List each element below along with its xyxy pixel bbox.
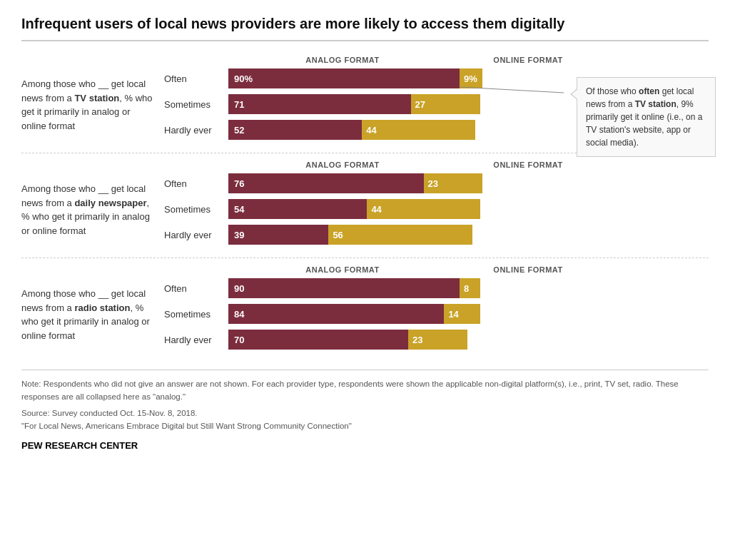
note-section: Note: Respondents who did not give an an…	[21, 370, 709, 453]
bar-analog: 90%	[228, 68, 460, 88]
bar-analog: 84	[228, 304, 444, 324]
bars-container: 908	[228, 278, 709, 298]
header-analog: ANALOG FORMAT	[228, 265, 457, 274]
bar-online: 9%	[460, 68, 482, 88]
bar-label: Sometimes	[164, 99, 228, 110]
bar-label: Hardly ever	[164, 335, 228, 345]
bar-analog: 76	[228, 173, 424, 193]
bar-row: Hardly ever7023	[164, 330, 709, 350]
source-text: Source: Survey conducted Oct. 15-Nov. 8,…	[21, 407, 709, 419]
note-text: Note: Respondents who did not give an an…	[21, 377, 709, 404]
chart-tv-station: ANALOG FORMATONLINE FORMATOften90%9%Some…	[164, 56, 709, 146]
bar-online: 44	[367, 199, 480, 219]
section-radio: Among those who __ get local news from a…	[21, 265, 709, 362]
bar-label: Hardly ever	[164, 125, 228, 136]
bar-row: Often7623	[164, 173, 709, 193]
bar-label: Often	[164, 73, 228, 84]
bar-label: Hardly ever	[164, 230, 228, 240]
bar-label: Often	[164, 178, 228, 189]
bar-analog: 90	[228, 278, 460, 298]
tooltip-box: Of those who often get local news from a…	[577, 77, 716, 157]
bar-analog: 52	[228, 120, 362, 140]
header-online: ONLINE FORMAT	[457, 265, 599, 274]
bar-online: 14	[444, 304, 480, 324]
header-online: ONLINE FORMAT	[457, 56, 599, 64]
bar-label: Sometimes	[164, 204, 228, 215]
chart-newspaper: ANALOG FORMATONLINE FORMATOften7623Somet…	[164, 161, 709, 250]
bar-label: Sometimes	[164, 309, 228, 320]
bar-online: 56	[328, 225, 472, 245]
bars-container: 7623	[228, 173, 709, 193]
bar-label: Often	[164, 283, 228, 294]
header-analog: ANALOG FORMAT	[228, 56, 457, 64]
bar-analog: 39	[228, 225, 328, 245]
bars-container: 3956	[228, 225, 709, 245]
bar-row: Sometimes8414	[164, 304, 709, 324]
bar-analog: 71	[228, 94, 411, 114]
bar-row: Often908	[164, 278, 709, 298]
label-tv-station: Among those who __ get local news from a…	[21, 56, 164, 146]
section-tv-station: Among those who __ get local news from a…	[21, 56, 709, 153]
bar-online: 23	[424, 173, 483, 193]
chart-radio: ANALOG FORMATONLINE FORMATOften908Someti…	[164, 265, 709, 355]
bar-online: 8	[460, 278, 480, 298]
quote-text: "For Local News, Americans Embrace Digit…	[21, 419, 709, 432]
bar-analog: 70	[228, 330, 408, 350]
bar-row: Sometimes5444	[164, 199, 709, 219]
header-analog: ANALOG FORMAT	[228, 161, 457, 169]
bars-container: 5444	[228, 199, 709, 219]
chart-title: Infrequent users of local news providers…	[21, 14, 709, 41]
header-online: ONLINE FORMAT	[457, 161, 599, 169]
pew-label: PEW RESEARCH CENTER	[21, 439, 709, 454]
bar-online: 27	[411, 94, 480, 114]
section-newspaper: Among those who __ get local news from a…	[21, 161, 709, 258]
bar-online: 44	[362, 120, 475, 140]
bar-row: Hardly ever3956	[164, 225, 709, 245]
bar-analog: 54	[228, 199, 367, 219]
label-newspaper: Among those who __ get local news from a…	[21, 161, 164, 250]
bars-container: 8414	[228, 304, 709, 324]
bars-container: 7023	[228, 330, 709, 350]
bar-online: 23	[408, 330, 467, 350]
label-radio: Among those who __ get local news from a…	[21, 265, 164, 355]
